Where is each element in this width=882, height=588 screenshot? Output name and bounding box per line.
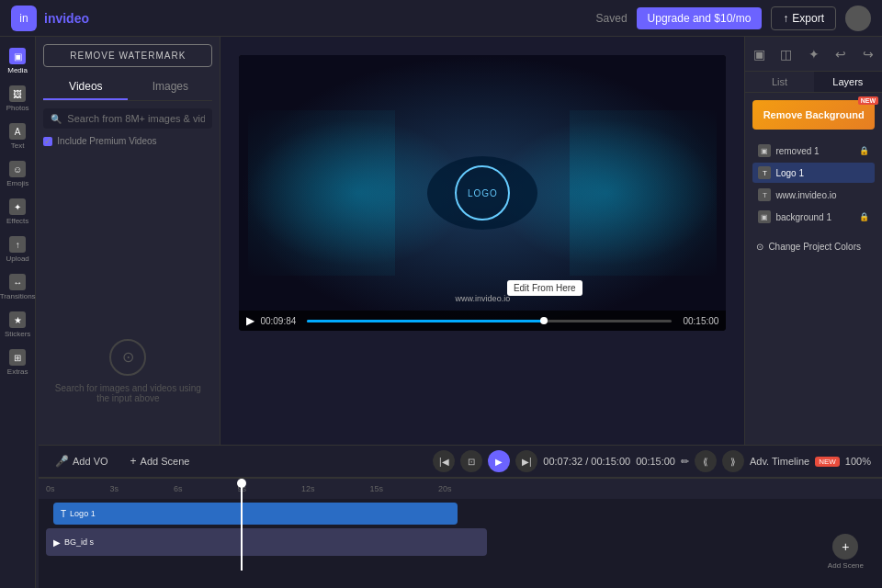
sidebar-item-media[interactable]: ▣ Media (1, 44, 34, 78)
top-bar-right: Saved Upgrade and $10/mo ↑ Export (596, 6, 871, 31)
lock-icon-removed1: 🔒 (859, 146, 869, 155)
emojis-label: Emojis (6, 179, 28, 187)
timeline-track-video[interactable]: ▶ BG_id s (46, 528, 487, 556)
sidebar-item-stickers[interactable]: ★ Stickers (1, 308, 34, 342)
saved-status: Saved (596, 12, 628, 25)
add-scene-button[interactable]: + Add Scene (125, 452, 196, 470)
premium-check[interactable]: ✓ Include Premium Videos (43, 136, 212, 146)
sidebar-item-upload[interactable]: ↑ Upload (1, 232, 34, 266)
logo-text: invideo (44, 11, 89, 26)
tab-videos[interactable]: Videos (43, 74, 128, 100)
layer-logo1[interactable]: T Logo 1 (752, 163, 875, 183)
video-container[interactable]: LOGO www.invideo.io Edit From Here ▶ 00:… (239, 55, 726, 331)
layers-list: ▣ removed 1 🔒 T Logo 1 T www.invideo.io … (745, 137, 882, 231)
pencil-icon[interactable]: ✏ (681, 456, 689, 468)
layer-watermark[interactable]: T www.invideo.io (752, 185, 875, 205)
ruler-0: 0s (46, 484, 55, 493)
add-scene-timeline-button[interactable]: + Add Scene (828, 534, 864, 570)
toolbar-right-buttons: |◀ ⊡ ▶ ▶| 00:07:32 / 00:15:00 00:15:00 ✏… (433, 450, 871, 472)
layer-icon-watermark: T (758, 188, 771, 201)
search-box[interactable]: 🔍 (43, 108, 212, 129)
text-icon: A (9, 123, 26, 140)
new-badge: NEW (815, 457, 840, 467)
layer-background[interactable]: ▣ background 1 🔒 (752, 207, 875, 227)
top-bar-left: in invideo (11, 6, 89, 31)
lock-icon-background: 🔒 (859, 212, 869, 221)
sidebar-item-text[interactable]: A Text (1, 119, 34, 153)
extras-icon: ⊞ (9, 349, 26, 366)
layer-name-logo1: Logo 1 (775, 168, 869, 178)
sidebar-icons: ▣ Media 🖼 Photos A Text ☺ Emojis ✦ Effec… (0, 37, 36, 588)
panel-grid-icon[interactable]: ▣ (745, 37, 773, 71)
play-button[interactable]: ▶ (246, 314, 254, 327)
fit-button[interactable]: ⊡ (460, 450, 482, 472)
sidebar-item-extras[interactable]: ⊞ Extras (1, 345, 34, 379)
panel-redo-icon[interactable]: ↪ (854, 37, 882, 71)
sidebar-item-photos[interactable]: 🖼 Photos (1, 82, 34, 116)
change-project-colors-button[interactable]: ⊙ Change Project Colors (752, 238, 875, 255)
emojis-icon: ☺ (9, 161, 26, 177)
premium-checkbox[interactable]: ✓ (43, 137, 52, 146)
add-scene-timeline-label: Add Scene (828, 561, 864, 570)
current-time: 00:09:84 (260, 316, 301, 326)
sidebar-item-emojis[interactable]: ☺ Emojis (1, 157, 34, 191)
timeline-track-logo[interactable]: T Logo 1 (53, 503, 458, 525)
add-vo-label: Add VO (73, 456, 108, 467)
media-empty-text: Search for images and videos using the i… (54, 383, 201, 403)
adv-timeline-button[interactable]: Adv. Timeline (750, 456, 809, 467)
edit-tooltip: Edit From Here (507, 280, 582, 296)
remove-watermark-button[interactable]: REMOVE WATERMARK (43, 44, 212, 67)
top-bar: in invideo Saved Upgrade and $10/mo ↑ Ex… (0, 0, 882, 37)
skip-start-button[interactable]: |◀ (433, 450, 455, 472)
export-button[interactable]: ↑ Export (771, 6, 836, 30)
panel-undo-icon[interactable]: ↩ (828, 37, 855, 71)
layer-icon-logo1: T (758, 166, 771, 179)
hands-left (248, 110, 395, 276)
tab-list[interactable]: List (745, 72, 813, 92)
fastforward-button[interactable]: ⟫ (722, 450, 744, 472)
sidebar-item-effects[interactable]: ✦ Effects (1, 195, 34, 229)
layer-icon-removed1: ▣ (758, 144, 771, 157)
upgrade-button[interactable]: Upgrade and $10/mo (637, 7, 763, 29)
track-name-video: BG_id s (64, 537, 94, 547)
avatar[interactable] (845, 6, 871, 31)
timeline-track-area: T Logo 1 ▶ BG_id s (39, 499, 882, 560)
layer-removed1[interactable]: ▣ removed 1 🔒 (752, 141, 875, 161)
effects-icon: ✦ (9, 198, 26, 215)
add-vo-icon: 🎤 (55, 455, 69, 468)
stickers-icon: ★ (9, 311, 26, 328)
logo-icon: in (11, 6, 37, 31)
add-vo-button[interactable]: 🎤 Add VO (50, 452, 114, 470)
ruler-6: 6s (174, 484, 183, 493)
right-panel-tabs: List Layers (745, 72, 882, 93)
stickers-label: Stickers (5, 330, 30, 338)
play-center-button[interactable]: ▶ (488, 450, 510, 472)
timeline-ruler: 0s 3s 6s 9s 12s 15s 20s (39, 479, 882, 499)
progress-bar[interactable] (307, 320, 672, 322)
panel-style-icon[interactable]: ✦ (800, 37, 828, 71)
layer-name-background: background 1 (775, 212, 854, 222)
tab-layers[interactable]: Layers (814, 72, 882, 92)
ruler-20: 20s (438, 484, 452, 493)
add-scene-label: Add Scene (141, 456, 190, 467)
search-input[interactable] (67, 113, 205, 124)
add-scene-icon: + (130, 455, 137, 468)
bottom-toolbar: 🎤 Add VO + Add Scene |◀ ⊡ ▶ ▶| 00:07:32 … (39, 445, 882, 478)
effects-label: Effects (6, 217, 28, 225)
search-icon: 🔍 (51, 114, 62, 124)
video-watermark: www.invideo.io (456, 294, 511, 303)
skip-end-button[interactable]: ▶| (515, 450, 537, 472)
sidebar-item-transitions[interactable]: ↔ Transitions (1, 270, 34, 304)
remove-background-button[interactable]: Remove Background NEW (752, 100, 875, 130)
ruler-15: 15s (370, 484, 384, 493)
time-display: 00:07:32 / 00:15:00 (543, 456, 630, 467)
panel-layers-icon[interactable]: ◫ (773, 37, 800, 71)
progress-thumb (540, 317, 548, 324)
media-label: Media (7, 66, 28, 74)
track-icon-video: ▶ (53, 537, 61, 548)
transitions-icon: ↔ (9, 274, 26, 290)
tab-images[interactable]: Images (128, 74, 212, 100)
rewind-button[interactable]: ⟪ (695, 450, 717, 472)
video-controls: ▶ 00:09:84 00:15:00 (239, 311, 726, 331)
hands-right (570, 110, 717, 276)
